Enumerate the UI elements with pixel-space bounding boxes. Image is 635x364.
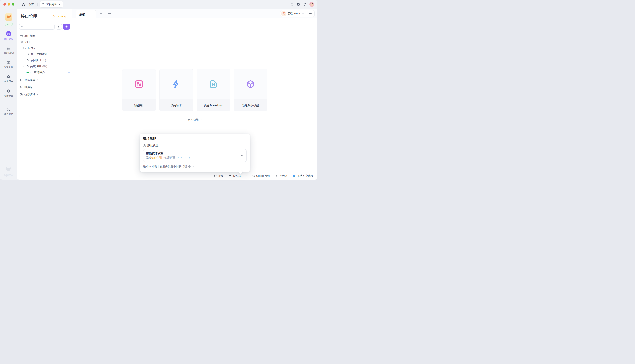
caret-right-icon <box>37 94 39 96</box>
apifox-brand: Apifox <box>4 166 14 177</box>
funnel-icon <box>57 25 60 28</box>
home-tab-label: 主窗口 <box>26 2 35 6</box>
api-icon <box>20 40 23 44</box>
tree-item-api-doc-note[interactable]: 接口文档说明 <box>17 51 72 57</box>
check-circle-icon <box>214 174 217 178</box>
quick-create-cards: 新建接口 快捷请求 新建 Markdown 新建数据模型 <box>72 69 318 112</box>
tree-item-mall-api[interactable]: 商城 API (92) <box>17 63 72 69</box>
tree-item-sample-project[interactable]: 示例项目 (5) <box>17 57 72 63</box>
popover-title: 请求代理 <box>143 137 246 141</box>
clock-icon <box>6 75 10 79</box>
rail-item-request-history[interactable]: 请求历史 <box>4 74 13 83</box>
markdown-doc-icon <box>26 52 30 56</box>
project-tab-label: 宠物商店 <box>46 2 57 6</box>
close-window-button[interactable] <box>3 3 6 6</box>
chevron-down-icon <box>68 15 70 18</box>
tree-item-apis[interactable]: 接口 <box>17 39 72 45</box>
tree-item-root-folder[interactable]: 根目录 <box>17 45 72 51</box>
plus-icon <box>99 12 102 15</box>
minimize-window-button[interactable] <box>8 3 10 6</box>
project-avatar[interactable] <box>5 13 12 21</box>
proxy-mode-description: 通过软件代理（使用代理：127.0.0.1） <box>146 156 241 160</box>
rail-item-share-docs[interactable]: 分享文档 <box>4 60 13 69</box>
home-window-tab[interactable]: 主窗口 <box>22 2 35 6</box>
rail-item-api-management[interactable]: 接口管理 <box>4 32 13 40</box>
status-proxy[interactable]: 127.0.0.1 <box>228 174 247 178</box>
status-bar: 在线 127.0.0.1 Cookie 管理 回收站 <box>72 172 318 180</box>
zoom-window-button[interactable] <box>12 3 14 6</box>
add-button[interactable] <box>63 24 70 30</box>
cube-icon <box>246 79 255 89</box>
settings-nut-icon <box>6 89 10 93</box>
tab-more-button[interactable] <box>107 11 112 16</box>
gear-icon[interactable] <box>296 2 300 6</box>
folder-icon <box>26 58 29 62</box>
unsaved-dot <box>68 72 70 73</box>
traffic-lights <box>3 3 16 6</box>
card-quick-request[interactable]: 快捷请求 <box>160 69 193 112</box>
card-new-api[interactable]: 新建接口 <box>122 69 156 112</box>
branch-selector[interactable]: main <box>53 15 70 18</box>
folder-icon <box>26 65 29 68</box>
collapse-sidebar-button[interactable] <box>78 174 82 178</box>
software-proxy-link[interactable]: 软件代理 <box>152 156 162 159</box>
overview-icon <box>20 34 23 37</box>
tree-item-quick-request[interactable]: 快捷请求 <box>17 92 72 98</box>
filter-button[interactable] <box>56 24 62 30</box>
card-new-data-model[interactable]: 新建数据模型 <box>234 69 267 112</box>
tree-item-query-user[interactable]: GET 查询用户 <box>17 69 72 75</box>
left-rail: 公开 接口管理 自动化测试 分享文档 请求历史 项目设置 邀请成员 Apifox <box>0 8 17 180</box>
tab-new[interactable]: 新建... <box>76 10 96 19</box>
status-recycle-bin[interactable]: 回收站 <box>276 174 288 178</box>
cloud-mock-icon: 云 <box>282 11 286 16</box>
more-features-link[interactable]: 更多功能 <box>72 118 318 122</box>
tree-item-component-library[interactable]: 组件库 <box>17 84 72 90</box>
proxy-highlight-underline <box>228 179 247 179</box>
project-window-tab[interactable]: 宠物商店 <box>40 1 63 7</box>
card-new-markdown[interactable]: 新建 Markdown <box>196 69 230 112</box>
request-proxy-popover: 请求代理 默认代理 跟随软件设置 通过软件代理（使用代理：127.0.0.1） … <box>140 134 250 172</box>
search-input[interactable] <box>24 25 53 28</box>
ellipsis-icon <box>108 12 111 16</box>
mock-env-selector[interactable]: 云 云端 Mock <box>280 11 306 16</box>
method-badge-get: GET <box>26 71 32 74</box>
window-titlebar: 主窗口 宠物商店 <box>0 0 318 8</box>
editor-tabstrip: 新建... 云 云端 Mock <box>72 8 318 18</box>
status-cookie-manager[interactable]: Cookie 管理 <box>252 174 270 178</box>
git-branch-icon <box>53 15 56 18</box>
apifox-logo-icon <box>5 166 12 173</box>
refresh-icon[interactable] <box>290 2 294 6</box>
chevron-down-icon <box>245 175 247 177</box>
search-icon <box>21 25 24 28</box>
status-online[interactable]: 在线 <box>214 174 223 178</box>
branch-name: main <box>57 15 63 18</box>
hamburger-icon <box>309 12 312 15</box>
chat-bubbles-icon <box>293 174 296 178</box>
rail-item-project-settings[interactable]: 项目设置 <box>4 89 13 98</box>
proxy-mode-select[interactable]: 跟随软件设置 通过软件代理（使用代理：127.0.0.1） <box>143 149 246 162</box>
servers-icon <box>6 46 11 50</box>
status-docs-community[interactable]: 文档 & 交流群 <box>293 174 313 178</box>
rail-item-invite-members[interactable]: 邀请成员 <box>4 107 13 116</box>
api-icon <box>134 79 144 89</box>
panel-title: 接口管理 <box>21 14 37 19</box>
tree-item-project-overview[interactable]: 项目概览 <box>17 33 72 39</box>
caret-right-icon <box>37 79 39 81</box>
env-proxy-link[interactable]: 给不同环境下的服务设置不同的代理 <box>143 164 246 168</box>
sitemap-icon <box>143 144 146 147</box>
new-tab-button[interactable] <box>98 11 103 16</box>
chevron-down-icon <box>302 12 304 15</box>
question-circle-icon <box>188 165 191 168</box>
chevron-right-icon <box>22 65 24 68</box>
close-tab-icon[interactable] <box>58 3 61 6</box>
layout-menu-button[interactable] <box>306 10 314 17</box>
cookie-icon <box>252 174 255 178</box>
tree-item-data-models[interactable]: 数据模型 <box>17 77 72 83</box>
markdown-doc-icon <box>208 79 218 89</box>
bolt-icon <box>171 79 181 89</box>
search-box <box>19 24 54 30</box>
bell-icon[interactable] <box>303 2 306 6</box>
collapse-left-icon <box>78 174 82 178</box>
rail-item-automated-testing[interactable]: 自动化测试 <box>3 46 14 54</box>
user-avatar[interactable] <box>309 2 314 7</box>
